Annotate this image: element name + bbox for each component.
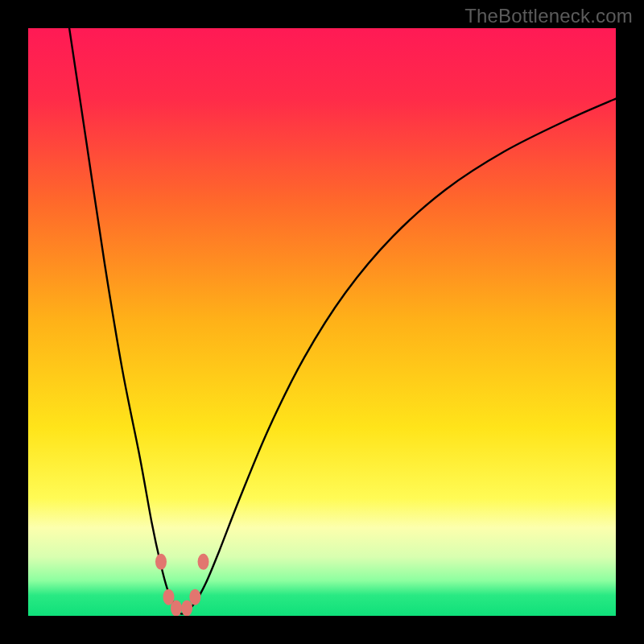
valley-marker: [171, 601, 182, 616]
plot-area: [28, 28, 616, 616]
watermark-text: TheBottleneck.com: [464, 5, 633, 27]
valley-marker: [181, 601, 192, 616]
valley-marker: [189, 589, 200, 605]
plot-svg: [28, 28, 616, 616]
valley-marker: [155, 554, 167, 570]
valley-marker: [198, 554, 209, 570]
chart-frame: TheBottleneck.com: [0, 0, 644, 644]
gradient-background: [28, 28, 616, 616]
